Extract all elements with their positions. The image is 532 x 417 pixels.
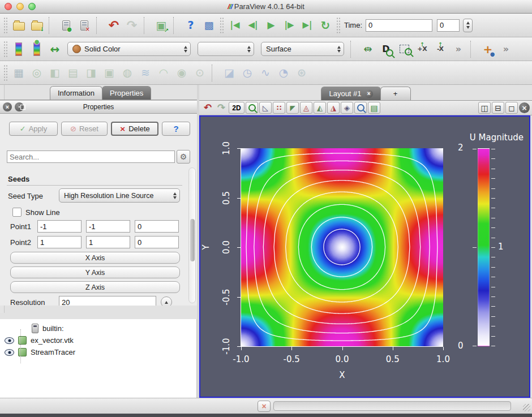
- properties-scrollbar-thumb[interactable]: [190, 219, 195, 261]
- select-cells-through-button[interactable]: ◤: [286, 102, 299, 114]
- select-cells-on-button[interactable]: ◺: [259, 102, 272, 114]
- close-layout-button[interactable]: ×: [519, 102, 530, 113]
- extract-level-button[interactable]: ⊙: [191, 65, 208, 81]
- split-horizontal-button[interactable]: ◫: [478, 102, 491, 114]
- search-options-button[interactable]: ⚙: [177, 150, 190, 164]
- open-file-button[interactable]: [10, 17, 27, 34]
- previous-frame-button[interactable]: ◀|: [244, 17, 261, 34]
- camera-more-button[interactable]: »: [450, 41, 467, 58]
- loop-button[interactable]: ↻: [317, 17, 334, 34]
- threshold-filter-button[interactable]: ◨: [83, 65, 100, 81]
- reset-camera-button[interactable]: ↔↕: [359, 41, 376, 58]
- interactive-select-cells-button[interactable]: ◈: [341, 102, 353, 114]
- connect-server-button[interactable]: ●: [58, 17, 75, 34]
- zoom-to-box-view-button[interactable]: [246, 102, 258, 114]
- tab-information[interactable]: Information: [50, 86, 102, 100]
- help-button[interactable]: ?: [182, 17, 199, 34]
- x-axis-button[interactable]: X Axis: [10, 252, 180, 264]
- camera-redo-button[interactable]: ↷: [215, 102, 228, 114]
- toggle-2d-button[interactable]: 2D: [229, 102, 244, 114]
- representation-dropdown[interactable]: Surface: [261, 42, 344, 56]
- tab-layout-1[interactable]: Layout #1 ×: [321, 87, 380, 100]
- component-dropdown[interactable]: [198, 42, 254, 56]
- color-by-dropdown[interactable]: Solid Color: [67, 42, 191, 56]
- resolution-spin-up-icon[interactable]: [161, 296, 172, 306]
- center-axes-button[interactable]: +●: [479, 41, 496, 58]
- toggle-color-legend-button[interactable]: ▤: [368, 102, 380, 114]
- warp-by-vector-button[interactable]: ◠: [155, 65, 172, 81]
- extract-subset-button[interactable]: ▣: [101, 65, 118, 81]
- resize-grip-icon[interactable]: [523, 404, 530, 411]
- plot-selection-over-time-button[interactable]: ◔: [275, 65, 292, 81]
- zoom-to-selection-button[interactable]: [354, 102, 367, 114]
- select-points-polygon-button[interactable]: ◮: [327, 102, 340, 114]
- close-tab-icon[interactable]: ×: [365, 90, 373, 98]
- time-spinner[interactable]: [463, 19, 473, 32]
- tab-properties[interactable]: Properties: [102, 86, 151, 100]
- color-legend[interactable]: [478, 148, 490, 346]
- pipeline-item[interactable]: ex_vector.vtk: [0, 334, 196, 346]
- render-plot[interactable]: X Y -1.0-0.50.00.51.0-1.0-0.50.00.51.0: [241, 148, 443, 347]
- export-scene-button[interactable]: ▣↗: [153, 17, 170, 34]
- seed-type-dropdown[interactable]: High Resolution Line Source: [59, 188, 180, 203]
- undo-button[interactable]: ↶: [105, 17, 122, 34]
- visibility-eye-icon[interactable]: [5, 349, 14, 356]
- select-points-on-button[interactable]: ∷: [273, 102, 285, 114]
- color-scale-button[interactable]: [10, 41, 27, 58]
- save-data-button[interactable]: ↓: [28, 17, 45, 34]
- point2-z-field[interactable]: [135, 236, 179, 248]
- axes-more-button[interactable]: »: [497, 41, 514, 58]
- help-properties-button[interactable]: ?: [162, 122, 190, 136]
- play-button[interactable]: ▶: [263, 17, 280, 34]
- edit-color-map-button[interactable]: ●: [28, 41, 45, 58]
- camera-undo-button[interactable]: ↶: [201, 102, 214, 114]
- next-frame-button[interactable]: |▶: [281, 17, 298, 34]
- search-input[interactable]: [7, 151, 175, 163]
- group-datasets-button[interactable]: ◉: [173, 65, 190, 81]
- pipeline-item[interactable]: builtin:: [0, 323, 196, 334]
- reset-button[interactable]: ⊘ Reset: [61, 122, 108, 136]
- extract-selection-button[interactable]: ◪: [221, 65, 238, 81]
- z-axis-button[interactable]: Z Axis: [10, 281, 180, 293]
- probe-location-button[interactable]: ⊛: [293, 65, 310, 81]
- point2-x-field[interactable]: [37, 236, 81, 248]
- set-view-minus-x-button[interactable]: -X↑: [432, 41, 449, 58]
- extract-screenshot-button[interactable]: ▩: [200, 17, 217, 34]
- zoom-to-box-button[interactable]: [396, 41, 413, 58]
- redo-button[interactable]: ↷: [123, 17, 140, 34]
- contour-filter-button[interactable]: ◎: [28, 65, 45, 81]
- field-canvas[interactable]: [241, 148, 443, 346]
- point2-y-field[interactable]: [86, 236, 130, 248]
- time-value-field[interactable]: [366, 19, 432, 32]
- add-layout-tab[interactable]: +: [380, 87, 411, 100]
- disconnect-server-button[interactable]: ×: [76, 17, 93, 34]
- point1-x-field[interactable]: [37, 220, 81, 233]
- point1-z-field[interactable]: [135, 220, 179, 233]
- show-line-checkbox[interactable]: [12, 208, 22, 217]
- abort-progress-button[interactable]: ×: [258, 401, 271, 412]
- spin-up-icon[interactable]: [466, 22, 470, 24]
- maximize-view-button[interactable]: ◻: [505, 102, 518, 114]
- delete-button[interactable]: × Delete: [111, 122, 158, 136]
- toolbar-drag-handle[interactable]: [336, 17, 341, 34]
- slice-filter-button[interactable]: ▤: [65, 65, 81, 81]
- rescale-range-button[interactable]: ↔: [46, 41, 63, 58]
- calculator-filter-button[interactable]: ▦: [10, 65, 27, 81]
- toolbar-drag-handle[interactable]: [3, 41, 8, 58]
- toolbar-drag-handle[interactable]: [3, 65, 8, 81]
- properties-scrollbar-track[interactable]: [188, 167, 196, 303]
- resolution-field[interactable]: [59, 296, 156, 306]
- plot-over-time-button[interactable]: ◷: [239, 65, 256, 81]
- render-view[interactable]: U Magnitude X Y -1.0-0.50.00.51.0-1.0-0.…: [199, 115, 530, 398]
- select-points-through-button[interactable]: ◬: [300, 102, 312, 114]
- last-frame-button[interactable]: ▶|: [299, 17, 316, 34]
- plot-over-line-button[interactable]: ∿: [257, 65, 274, 81]
- toolbar-drag-handle[interactable]: [220, 17, 224, 34]
- zoom-to-data-button[interactable]: D: [377, 41, 394, 58]
- stream-tracer-button[interactable]: ≋: [137, 65, 154, 81]
- toolbar-drag-handle[interactable]: [3, 17, 8, 34]
- set-view-plus-x-button[interactable]: +X↑: [414, 41, 431, 58]
- time-frame-field[interactable]: [437, 19, 460, 32]
- select-cells-polygon-button[interactable]: ◭: [314, 102, 326, 114]
- glyph-filter-button[interactable]: ◍: [119, 65, 136, 81]
